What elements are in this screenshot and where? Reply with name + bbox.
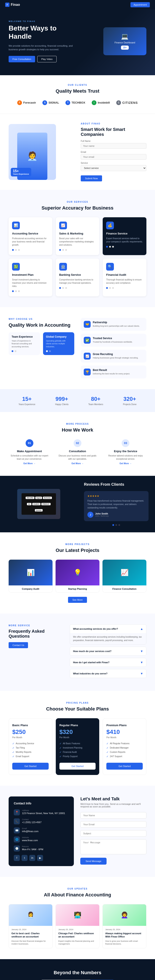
stat-clients-number: 999+: [55, 396, 69, 402]
service-card-investment: 💹 Investment Plan Smart investment plann…: [9, 259, 52, 296]
blog-post-1-title: Get to best card: Charles smithson an ac…: [11, 932, 50, 939]
social-twitter[interactable]: t: [22, 855, 27, 861]
faq-question-1[interactable]: What accounting services do you offer? ▲: [70, 625, 146, 633]
brand-clinbox: ClinBOX: [32, 503, 40, 505]
name-form-group: Full Name: [81, 140, 146, 149]
plan-premium-price: $410: [106, 729, 143, 735]
review-text: Finao has transformed our business finan…: [88, 499, 145, 509]
service-investment-title: Investment Plan: [12, 273, 49, 276]
plan-regular-button[interactable]: Get Started: [59, 763, 96, 770]
faq-right: What accounting services do you offer? ▲…: [70, 624, 146, 680]
email-form-group: Email: [81, 151, 146, 160]
plan-basic: Basic Plans $250 Per Month ✓Accounting S…: [9, 718, 52, 775]
plan-basic-button[interactable]: Get Started: [12, 763, 49, 770]
contact-message-textarea[interactable]: [80, 839, 146, 854]
service-label: Service: [81, 162, 146, 164]
faq-question-3[interactable]: How do I get started with Finao? ▼: [70, 658, 146, 667]
appointment-button[interactable]: Appointment: [131, 2, 150, 7]
stat-team: 80+ Team Members: [88, 396, 103, 406]
faq-contact-button[interactable]: Contact Us: [9, 642, 28, 648]
carousel-dot-2[interactable]: [115, 524, 117, 526]
name-input[interactable]: [81, 143, 146, 149]
projects-label: MORE PROJECTS: [9, 543, 146, 546]
step-3-link[interactable]: Get More →: [120, 462, 131, 465]
client-forecastr: F Forecastr: [17, 100, 36, 105]
contact-socials: f t in ▶: [14, 855, 69, 861]
pricing-section: PRICING PLANS Choose Your Suitable Plans…: [0, 691, 155, 786]
plan-basic-price: $250: [12, 729, 49, 735]
faq-item-4: What industries do you serve? ▼ We serve…: [70, 669, 146, 678]
partnership-icon: 🤝: [84, 321, 91, 328]
plan-premium-period: Per Month: [106, 736, 143, 739]
audit-icon: 🔍: [106, 263, 114, 270]
clients-row: F Forecastr S SIGNAL T TECHBOX I Insideb…: [9, 100, 146, 105]
plan-basic-f1: ✓Accounting Service: [12, 742, 49, 745]
service-investment-desc: Smart investment planning to maximize yo…: [12, 278, 49, 288]
service-audit-title: Financial Audit: [106, 273, 143, 276]
faq-question-4[interactable]: What industries do you serve? ▼: [70, 669, 146, 678]
stats-section: 15+ Years Experience 999+ Happy Clients …: [0, 389, 155, 412]
partnership-title: Partnership: [93, 321, 140, 324]
service-select[interactable]: Select service Accounting Service Financ…: [81, 165, 146, 171]
contact-name-input[interactable]: [80, 812, 146, 819]
trusted-title: Trusted Service: [93, 337, 133, 340]
about-badge: 15+ Years Experience: [11, 168, 31, 177]
contact-desc: We'd love to hear from you. Send us a me…: [80, 803, 146, 808]
social-youtube[interactable]: ▶: [37, 855, 43, 861]
service-accounting-title: Accounting Service: [12, 232, 49, 235]
plan-premium-name: Premium Plans: [106, 724, 143, 727]
blog-post-2[interactable]: 👩‍💻 January 20, 2024 Chicago Fed: Charle…: [56, 904, 99, 948]
blog-post-1[interactable]: 👩‍💼 January 15, 2024 Get to best card: C…: [9, 904, 53, 948]
contact-email-input[interactable]: [80, 821, 146, 827]
blog-post-1-date: January 15, 2024: [11, 928, 50, 931]
logo-icon: F: [5, 3, 10, 7]
plan-regular: Regular Plans $320 Per Month ✓All Basic …: [56, 718, 99, 775]
hero-badge: 15+: [121, 46, 129, 49]
hero-image: 💻 Finance Dashboard 15+: [81, 27, 146, 55]
see-more-button[interactable]: See More: [68, 597, 87, 603]
reviews-section: RECORD Signal McKinSin NA ClinBOX FREEKA…: [0, 476, 155, 532]
play-video-button[interactable]: Play Video: [37, 56, 57, 62]
project-startup[interactable]: 💡 Startup Planning: [56, 560, 99, 592]
faq-question-2[interactable]: How much do your services cost? ▼: [70, 647, 146, 655]
blog-section: OUR UPDATES All About Finance Accounting…: [0, 877, 155, 959]
project-finance[interactable]: 📈 Finance Consultation: [102, 560, 146, 592]
hero-text: WELCOME TO FINAO Better Ways to Handle W…: [9, 20, 74, 62]
blog-label: OUR UPDATES: [9, 888, 146, 890]
email-input[interactable]: [81, 154, 146, 160]
carousel-dot-1[interactable]: [112, 524, 114, 526]
project-company-audit[interactable]: 📊 Company Audit: [9, 560, 53, 592]
blog-post-1-excerpt: Discover the best financial strategies f…: [11, 940, 50, 946]
step-3-number: 03: [121, 439, 129, 447]
address-value: 123 Finance Street, New York, NY 10001: [22, 812, 65, 815]
contact-submit-button[interactable]: Send Message: [80, 858, 106, 865]
plan-premium-button[interactable]: Get Started: [106, 763, 143, 770]
consultation-button[interactable]: Free Consultation: [9, 56, 35, 62]
about-submit-button[interactable]: Submit Now: [81, 175, 102, 181]
best-desc: Delivering the best results for every pr…: [93, 372, 130, 375]
website-label: Website: [22, 837, 38, 838]
blog-post-3-date: January 25, 2024: [105, 928, 144, 931]
social-linkedin[interactable]: in: [29, 855, 35, 861]
blog-post-1-image: 👩‍💼: [9, 904, 52, 926]
how-step-1: 01 Make Appointment Schedule a consultat…: [9, 439, 50, 465]
service-accounting-desc: Professional accounting services for you…: [12, 237, 49, 247]
brand-freekat: FREEKAT: [42, 503, 51, 505]
why-right-grow: 📈 Grow Recruiting Helping businesses gro…: [81, 350, 146, 363]
contact-subject-input[interactable]: [80, 830, 146, 837]
carousel-dot-3[interactable]: [118, 524, 120, 526]
step-2-link[interactable]: Get More →: [72, 462, 83, 465]
how-title: How We Work: [9, 427, 146, 433]
how-label: MORE PROCESS: [9, 423, 146, 425]
partnership-desc: Building long-term partnerships with our…: [93, 325, 140, 328]
cta-title: Beyond the Numbers: [9, 970, 146, 975]
citizens-icon: C: [116, 100, 121, 105]
projects-grid: 📊 Company Audit 💡 Startup Planning 📈 Fin…: [9, 560, 146, 592]
step-1-link[interactable]: Get More →: [24, 462, 35, 465]
blog-post-3[interactable]: 👩‍🦱 January 25, 2024 Always making bigge…: [102, 904, 146, 948]
social-facebook[interactable]: f: [14, 855, 20, 861]
plan-basic-period: Per Month: [12, 736, 49, 739]
stat-clients-label: Happy Clients: [55, 403, 69, 406]
carousel-dots: [84, 524, 149, 526]
hours-icon: 🕐: [14, 845, 20, 851]
